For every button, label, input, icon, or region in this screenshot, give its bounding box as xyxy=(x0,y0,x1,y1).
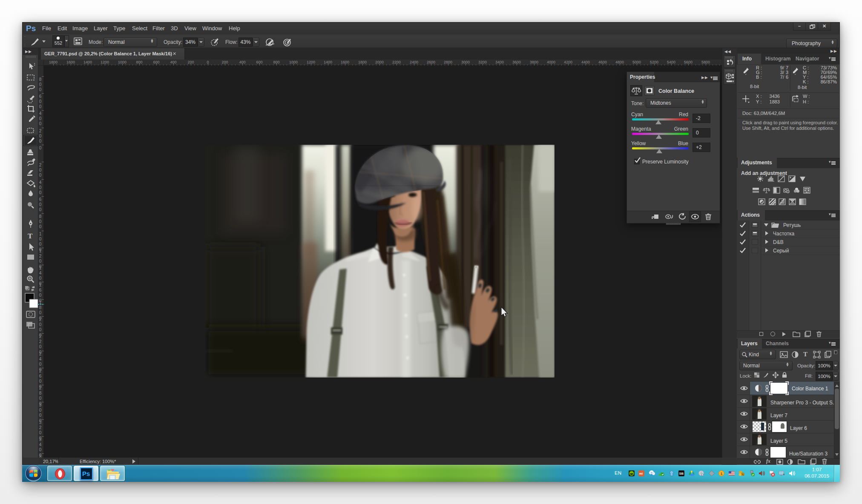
svg-text:mi: mi xyxy=(639,472,643,475)
svg-text:SB: SB xyxy=(679,472,684,475)
svg-text:1: 1 xyxy=(721,472,723,476)
